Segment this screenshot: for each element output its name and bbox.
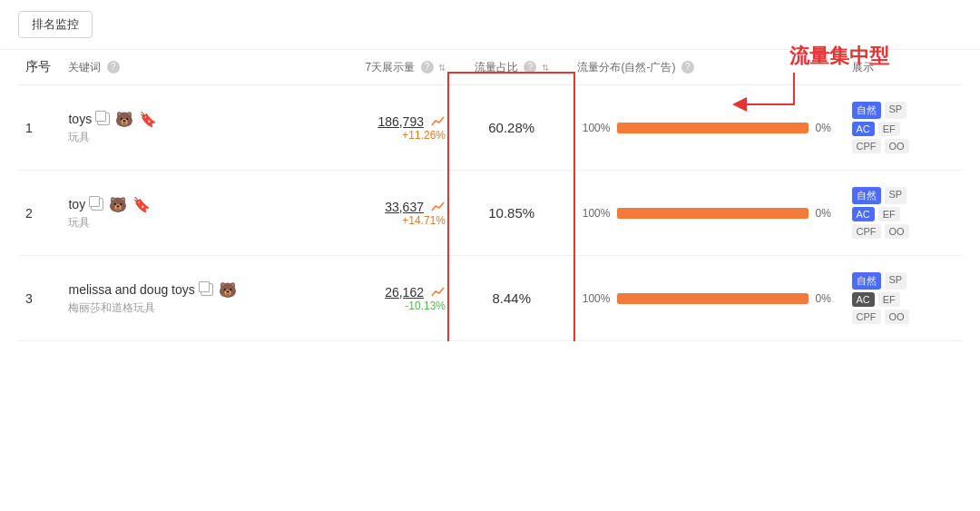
trend-value: +11.26% [303,129,446,142]
bar-fill [617,293,808,304]
col-header-traffic: 流量占比 ? ⇅ [453,50,570,85]
keyword-text: toys [68,112,92,126]
bar-natural-label: 100% [577,207,610,220]
impressions-sort-icon[interactable]: ⇅ [438,63,446,73]
tag-cpf[interactable]: CPF [852,224,881,239]
cell-keyword: melissa and doug toys 🐻 梅丽莎和道格玩具 [61,256,296,341]
bar-ad-label: 0% [816,292,838,305]
cell-impressions: 33,637 +14.71% [296,171,453,256]
keyword-sub: 玩具 [68,215,289,231]
tag-cpf[interactable]: CPF [852,310,881,324]
keyword-text: toy [68,197,85,211]
cell-keyword: toys 🐻 🔖 玩具 [61,85,296,171]
col-header-index: 序号 [18,50,61,85]
copy-icon[interactable] [97,113,110,125]
tag-sp[interactable]: SP [885,187,907,204]
cell-traffic-pct: 60.28% [453,85,570,171]
distribution-help-icon[interactable]: ? [681,61,694,74]
tag-row-1: 自然 SP [852,272,956,290]
annotation-label: 流量集中型 [789,43,889,70]
tag-oo[interactable]: OO [885,224,909,239]
traffic-help-icon[interactable]: ? [524,61,536,74]
cell-tags: 自然 SP AC EF CPF OO [845,256,963,341]
keyword-text: melissa and doug toys [68,282,194,297]
traffic-pct-value: 8.44% [460,290,563,306]
bar-wrapper [617,208,808,219]
tag-natural[interactable]: 自然 [852,102,881,119]
bar-natural-label: 100% [577,122,610,134]
col-header-impressions: 7天展示量 ? ⇅ [296,50,453,85]
trend-chart-icon[interactable] [431,285,446,300]
tag-ac[interactable]: AC [852,122,875,136]
tag-row-2: AC EF [852,207,956,221]
cell-distribution: 100% 0% [570,256,844,341]
bar-container: 100% 0% [577,207,837,220]
tag-sp[interactable]: SP [885,272,907,290]
impressions-value[interactable]: 26,162 [385,285,424,300]
tag-natural[interactable]: 自然 [852,272,881,290]
tag-row-3: CPF OO [852,310,956,324]
tag-cpf[interactable]: CPF [852,139,881,153]
cell-distribution: 100% 0% [570,171,844,256]
trend-value: -10.13% [303,300,446,312]
trend-chart-icon[interactable] [431,114,446,129]
traffic-pct-value: 60.28% [460,120,563,135]
bar-ad-label: 0% [816,122,838,134]
cell-index: 1 [18,85,61,171]
copy-icon[interactable] [91,198,103,211]
cell-tags: 自然 SP AC EF CPF OO [845,85,963,171]
table-row: 2 toy 🐻 🔖 玩具 33,637 +14.71% 10.85% 100% … [18,171,962,256]
tag-ef[interactable]: EF [878,292,900,307]
bar-natural-label: 100% [577,292,610,305]
keyword-main: toys 🐻 🔖 [68,111,289,128]
trend-value: +14.71% [303,214,446,227]
bookmark-icon: 🔖 [132,196,151,213]
tag-ac[interactable]: AC [852,207,875,221]
tag-ef[interactable]: EF [878,122,900,136]
impressions-value[interactable]: 186,793 [377,114,424,129]
keyword-help-icon[interactable]: ? [107,61,120,74]
impressions-row: 186,793 [303,114,446,129]
traffic-pct-value: 10.85% [460,205,563,221]
cell-distribution: 100% 0% [570,85,844,171]
tag-group: 自然 SP AC EF CPF OO [852,272,956,324]
cell-traffic-pct: 8.44% [453,256,570,341]
cell-index: 3 [18,256,61,341]
bear-icon: 🐻 [109,196,127,213]
tag-row-3: CPF OO [852,139,956,153]
tag-group: 自然 SP AC EF CPF OO [852,187,956,239]
impressions-value[interactable]: 33,637 [385,200,424,214]
cell-index: 2 [18,171,61,256]
tag-group: 自然 SP AC EF CPF OO [852,102,956,153]
monitor-button[interactable]: 排名监控 [18,11,93,38]
tag-row-2: AC EF [852,292,956,307]
bar-wrapper [617,293,808,304]
tag-row-3: CPF OO [852,224,956,239]
trend-chart-icon[interactable] [431,200,446,214]
table-row: 1 toys 🐻 🔖 玩具 186,793 +11.26% 60.28% 100… [18,85,962,171]
impressions-row: 33,637 [303,200,446,214]
annotation-arrow [721,68,803,134]
tag-ef[interactable]: EF [878,207,900,221]
copy-icon[interactable] [201,283,213,296]
tag-ac[interactable]: AC [852,292,875,307]
tag-sp[interactable]: SP [885,102,907,119]
annotation-container: 流量集中型 序号 关键词 ? 7天展示量 [0,50,980,341]
traffic-sort-icon[interactable]: ⇅ [542,63,549,73]
cell-keyword: toy 🐻 🔖 玩具 [61,171,296,256]
tag-oo[interactable]: OO [885,139,909,153]
keyword-main: melissa and doug toys 🐻 [68,281,289,299]
tag-natural[interactable]: 自然 [852,187,881,204]
cell-impressions: 186,793 +11.26% [296,85,453,171]
bar-fill [617,208,808,219]
tag-row-2: AC EF [852,122,956,136]
tag-oo[interactable]: OO [885,310,909,324]
data-table: 序号 关键词 ? 7天展示量 ? ⇅ 流量占比 ? ⇅ 流量分布(自然-广告) [18,50,962,341]
tag-row-1: 自然 SP [852,187,956,204]
bar-ad-label: 0% [816,207,838,220]
impressions-help-icon[interactable]: ? [421,61,434,74]
tag-row-1: 自然 SP [852,102,956,119]
col-header-keyword: 关键词 ? [61,50,296,85]
bar-container: 100% 0% [577,292,837,305]
bear-icon: 🐻 [115,111,133,128]
